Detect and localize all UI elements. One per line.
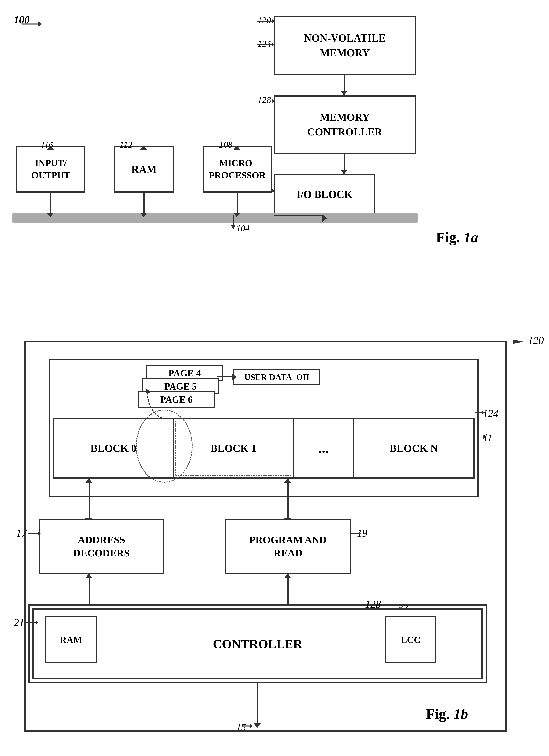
- arrow-11: [476, 434, 486, 440]
- dashed-circle-block1: [136, 410, 193, 483]
- ellipsis-cell: ...: [294, 419, 354, 477]
- svg-marker-9: [272, 189, 275, 193]
- arrow-up-block-addr: [85, 478, 92, 483]
- bi-arrow-par-ctrl-line: [287, 574, 289, 608]
- connector-ram-bus: [143, 193, 145, 213]
- ctrl-ecc-text: ECC: [401, 635, 420, 645]
- arrow-120b: [513, 338, 525, 346]
- controller-text: CONTROLLER: [213, 637, 302, 651]
- input-output-text: INPUT/ OUTPUT: [31, 157, 70, 181]
- ram-text-fig1a: RAM: [131, 163, 157, 175]
- mp-box: MICRO- PROCESSOR: [203, 146, 272, 193]
- arrow-pages-userdata-head: [232, 373, 237, 381]
- svg-marker-3: [272, 19, 275, 23]
- arrow-right-ioblock: [322, 215, 327, 222]
- par-box: PROGRAM AND READ: [225, 519, 351, 574]
- dashed-border-block1: [175, 421, 291, 476]
- arrow-bus-io: [47, 146, 54, 150]
- arrow-up-addr-ctrl: [85, 573, 92, 578]
- label-120-fig1b: 120: [513, 335, 544, 347]
- arrow-120: [257, 18, 275, 24]
- arrow-up-block-par: [284, 478, 291, 483]
- userdata-box: USER DATA OH: [233, 369, 320, 385]
- block-n-cell: BLOCK N: [354, 419, 473, 477]
- label-108: 108: [219, 140, 232, 150]
- mc-box: MEMORY CONTROLLER: [274, 95, 416, 154]
- bus-bar: [12, 213, 418, 223]
- input-output-box: INPUT/ OUTPUT: [16, 146, 85, 193]
- svg-marker-18: [483, 435, 486, 439]
- svg-marker-7: [272, 99, 275, 103]
- arrow-15-line: [257, 683, 258, 724]
- svg-marker-29: [250, 724, 252, 728]
- bi-arrow-block-par-line: [287, 479, 289, 519]
- arrow-128: [257, 98, 275, 104]
- svg-marker-27: [36, 621, 38, 625]
- bi-arrow-addr-ctrl-line: [89, 574, 90, 608]
- arrow-124: [257, 42, 275, 48]
- connector-h-ioblock: [274, 215, 324, 216]
- line-nvm-mc: [344, 75, 345, 91]
- svg-marker-19: [145, 387, 151, 394]
- mc-text: MEMORY CONTROLLER: [307, 110, 382, 140]
- svg-marker-14: [513, 340, 523, 344]
- addr-text: ADDRESS DECODERS: [73, 533, 130, 560]
- curved-arrow-svg: [138, 379, 178, 420]
- arrow-bus-mp: [233, 146, 241, 150]
- arrow-pages-userdata-line: [217, 376, 233, 377]
- nvm-text: NON-VOLATILE MEMORY: [304, 31, 386, 60]
- connector-io-bus: [50, 193, 51, 213]
- svg-marker-13: [231, 225, 236, 229]
- label-124-fig1b: 124: [483, 408, 499, 420]
- label-15: 15: [236, 722, 246, 733]
- svg-marker-1: [38, 21, 42, 26]
- blocks-row: BLOCK 0 BLOCK 1 ... BLOCK N: [53, 418, 475, 479]
- nvm-box: NON-VOLATILE MEMORY: [274, 16, 416, 75]
- svg-marker-21: [38, 531, 41, 535]
- ram-box-fig1a: RAM: [114, 146, 174, 193]
- svg-marker-23: [359, 531, 361, 535]
- ctrl-ram-text: RAM: [60, 635, 82, 645]
- arrow-17: [16, 529, 41, 537]
- arrow-bus-ram: [140, 146, 147, 150]
- mp-text: MICRO- PROCESSOR: [209, 157, 266, 181]
- arrow-19: [351, 529, 361, 537]
- bi-arrow-block-addr-line: [89, 479, 90, 519]
- arrow-down-mc-io: [340, 170, 348, 174]
- arrow-ram-bus: [140, 213, 147, 217]
- arrow-down-nvm-mc: [340, 91, 348, 96]
- ctrl-ecc-box: ECC: [385, 616, 436, 663]
- ctrl-ram-box: RAM: [45, 616, 97, 663]
- arrow-21: [14, 619, 38, 627]
- svg-marker-16: [482, 411, 485, 415]
- fig1b-title: Fig. 1b: [426, 706, 468, 723]
- par-text: PROGRAM AND READ: [249, 533, 327, 560]
- arrow-up-par-ctrl: [284, 573, 291, 578]
- io-block-box: I/O BLOCK: [274, 174, 375, 215]
- label-112: 112: [120, 140, 132, 150]
- arrow-100: [22, 18, 44, 30]
- svg-marker-5: [272, 43, 275, 46]
- io-block-text: I/O BLOCK: [297, 188, 352, 200]
- line-mc-io: [344, 154, 345, 170]
- arrow-io-bus: [47, 213, 54, 217]
- arrow-104: [225, 215, 241, 231]
- connector-mp-bus: [237, 193, 238, 213]
- fig1a-title: Fig. 1a: [436, 229, 478, 246]
- arrow-124b: [475, 410, 485, 416]
- addr-decoders-box: ADDRESS DECODERS: [39, 519, 164, 574]
